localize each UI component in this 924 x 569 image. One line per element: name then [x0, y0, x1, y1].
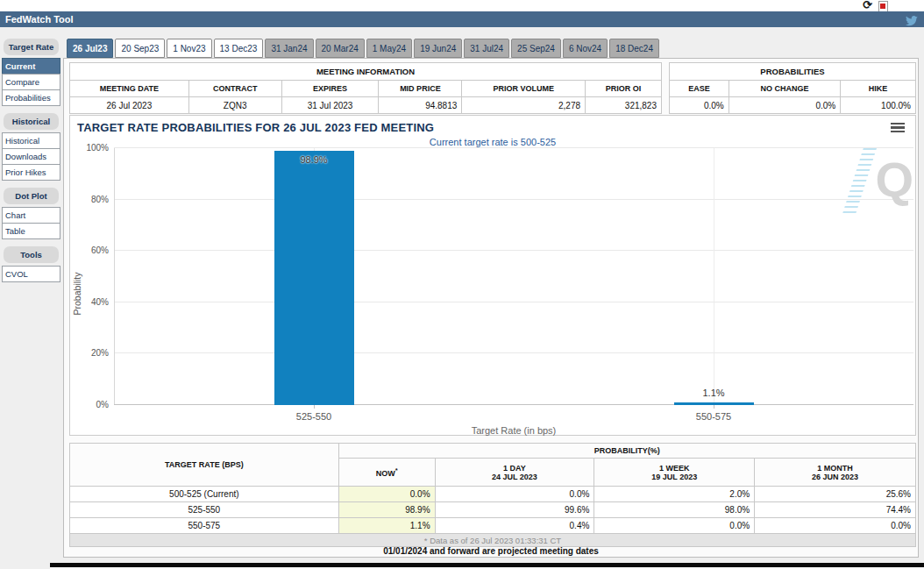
tab-20-mar24[interactable]: 20 Mar24 [316, 39, 365, 58]
contract-value: ZQN3 [188, 97, 281, 114]
y-tick-100: 100% [74, 143, 109, 153]
contract-header: CONTRACT [188, 81, 281, 97]
probabilities-title: PROBABILITIES [670, 63, 916, 81]
tab-1-nov23[interactable]: 1 Nov23 [167, 39, 211, 58]
meeting-date-value: 26 Jul 2023 [70, 97, 189, 114]
rate-cell: 500-525 (Current) [70, 487, 339, 502]
main-panel: MEETING INFORMATION MEETING DATE CONTRAC… [63, 58, 919, 558]
chart-panel: TARGET RATE PROBABILITIES FOR 26 JUL 202… [69, 115, 916, 436]
x-label-525-550: 525-550 [261, 411, 366, 422]
sidebar-item-prior-hikes[interactable]: Prior Hikes [2, 164, 60, 181]
y-tick-80: 80% [74, 195, 109, 204]
no-change-value: 0.0% [729, 97, 840, 114]
probability-pct-header: PROBABILITY(%) [338, 444, 915, 459]
refresh-icon[interactable]: ⟳ [863, 0, 872, 11]
gridline [114, 302, 913, 302]
sidebar-item-chart[interactable]: Chart [2, 207, 60, 224]
prior-oi-header: PRIOR OI [586, 81, 662, 97]
data-as-of-note: * Data as of 26 Jul 2023 01:33:31 CT [70, 534, 916, 547]
one-week-cell: 2.0% [594, 487, 755, 502]
sidebar-item-downloads[interactable]: Downloads [2, 148, 60, 165]
sidebar-item-probabilities[interactable]: Probabilities [2, 89, 60, 106]
tab-25-sep24[interactable]: 25 Sep24 [511, 39, 561, 58]
gridline [114, 250, 913, 251]
y-tick-60: 60% [74, 245, 109, 255]
one-day-cell: 0.0% [435, 487, 594, 502]
tab-19-jun24[interactable]: 19 Jun24 [414, 39, 462, 58]
prior-oi-value: 321,823 [586, 97, 662, 114]
gridline [714, 148, 714, 405]
no-change-header: NO CHANGE [729, 81, 840, 97]
one-week-cell: 0.0% [594, 518, 755, 534]
one-week-cell: 98.0% [594, 502, 755, 518]
one-day-column-header: 1 DAY24 JUL 2023 [435, 459, 594, 487]
y-tick-40: 40% [74, 297, 109, 307]
hike-value: 100.0% [841, 97, 916, 114]
mid-price-header: MID PRICE [379, 81, 462, 97]
one-month-cell: 74.4% [755, 502, 916, 518]
meeting-date-tabs: 26 Jul23 20 Sep23 1 Nov23 13 Dec23 31 Ja… [67, 39, 659, 58]
x-axis-line [114, 404, 913, 405]
prior-volume-value: 2,278 [462, 97, 586, 114]
now-cell: 98.9% [338, 502, 435, 518]
sidebar-header-tools: Tools [4, 246, 59, 263]
quikstrike-watermark: Q [114, 148, 193, 217]
sidebar-item-historical[interactable]: Historical [2, 132, 60, 149]
meeting-information-table: MEETING INFORMATION MEETING DATE CONTRAC… [69, 62, 662, 114]
gridline [114, 147, 913, 148]
chart-subtitle: Current target rate is 500-525 [70, 137, 915, 147]
table-row: 525-550 98.9% 99.6% 98.0% 74.4% [70, 502, 916, 518]
watermark-stripes [842, 148, 877, 217]
tab-13-dec23[interactable]: 13 Dec23 [214, 39, 264, 58]
ease-header: EASE [670, 81, 729, 97]
chart-menu-icon[interactable] [891, 123, 905, 133]
expires-header: EXPIRES [281, 81, 379, 97]
sidebar-header-target-rate: Target Rate [4, 39, 59, 55]
prior-volume-header: PRIOR VOLUME [462, 81, 586, 97]
sidebar-item-cvol[interactable]: CVOL [2, 266, 60, 282]
projected-dates-note: 01/01/2024 and forward are projected mee… [64, 546, 918, 556]
bar-label-525-550: 98.9% [274, 154, 354, 165]
sidebar-item-compare[interactable]: Compare [2, 74, 60, 90]
now-cell: 0.0% [338, 487, 435, 502]
tab-6-nov24[interactable]: 6 Nov24 [563, 39, 608, 58]
chart-plot: Q 0% 20% 40% 60% 80% 100% 98.9% 1.1% 525… [114, 148, 913, 405]
y-axis-title: Probability [72, 254, 82, 333]
one-week-column-header: 1 WEEK19 JUL 2023 [594, 459, 755, 487]
one-month-column-header: 1 MONTH26 JUN 2023 [755, 459, 916, 487]
sidebar-item-table[interactable]: Table [2, 223, 60, 239]
tab-20-sep23[interactable]: 20 Sep23 [115, 39, 165, 58]
tab-26-jul23[interactable]: 26 Jul23 [67, 39, 113, 58]
hike-header: HIKE [841, 81, 916, 97]
app-header: FedWatch Tool [0, 11, 924, 27]
meeting-date-header: MEETING DATE [70, 81, 189, 97]
tab-18-dec24[interactable]: 18 Dec24 [609, 39, 659, 58]
probabilities-summary-table: PROBABILITIES EASE NO CHANGE HIKE 0.0% 0… [669, 62, 916, 114]
target-rate-bps-header: TARGET RATE (BPS) [70, 444, 339, 487]
probability-detail-table: TARGET RATE (BPS) PROBABILITY(%) NOW* 1 … [69, 443, 916, 547]
ease-value: 0.0% [670, 97, 729, 114]
rate-cell: 550-575 [70, 518, 339, 534]
tab-1-may24[interactable]: 1 May24 [366, 39, 412, 58]
now-column-header: NOW* [338, 459, 435, 487]
y-axis-line [114, 148, 115, 405]
expires-value: 31 Jul 2023 [281, 97, 379, 114]
gridline [114, 199, 913, 200]
sidebar-item-current[interactable]: Current [2, 58, 60, 75]
bar-525-550[interactable] [274, 151, 354, 405]
x-axis-title: Target Rate (in bps) [114, 425, 913, 436]
table-row: 550-575 1.1% 0.4% 0.0% 0.0% [70, 518, 916, 534]
one-day-cell: 99.6% [435, 502, 594, 518]
chart-title: TARGET RATE PROBABILITIES FOR 26 JUL 202… [77, 121, 434, 134]
rate-cell: 525-550 [70, 502, 339, 518]
app-title: FedWatch Tool [5, 14, 74, 25]
y-tick-20: 20% [74, 348, 109, 358]
now-cell: 1.1% [338, 518, 435, 534]
gridline [114, 352, 913, 353]
table-row: 500-525 (Current) 0.0% 0.0% 2.0% 25.6% [70, 487, 916, 502]
x-tick-mark [714, 405, 714, 409]
sidebar-header-dot-plot: Dot Plot [4, 188, 59, 204]
tab-31-jul24[interactable]: 31 Jul24 [464, 39, 509, 58]
tab-31-jan24[interactable]: 31 Jan24 [265, 39, 313, 58]
one-month-cell: 0.0% [755, 518, 916, 534]
